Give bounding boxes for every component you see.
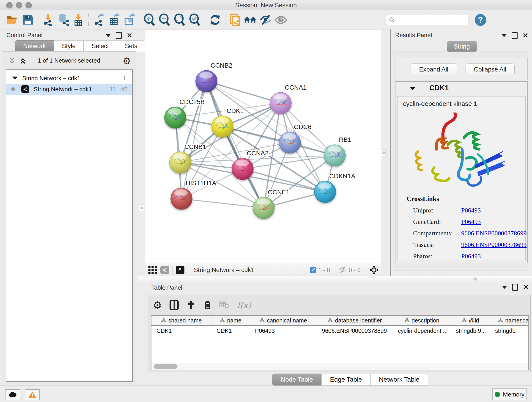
zoom-fit-icon[interactable] bbox=[172, 13, 187, 27]
tab-network[interactable]: Network bbox=[15, 40, 54, 51]
column-header-canonical-name[interactable]: canonical name bbox=[250, 316, 317, 325]
node-CCNB1[interactable] bbox=[170, 152, 191, 173]
import-network-from-file-icon[interactable] bbox=[41, 13, 56, 27]
node-CCNA2[interactable] bbox=[232, 158, 253, 180]
search-field[interactable] bbox=[386, 15, 469, 25]
gene-description: cyclin-dependent kinase 1 bbox=[403, 100, 477, 108]
edge-CCNB2-CCNA1[interactable] bbox=[206, 81, 281, 103]
search-icon bbox=[389, 17, 395, 23]
gene-name: CDK1 bbox=[429, 84, 449, 92]
export-table-icon[interactable] bbox=[106, 13, 121, 27]
node-RB1[interactable] bbox=[324, 145, 346, 166]
node-CDC25B[interactable] bbox=[165, 107, 186, 128]
tab-edge-table[interactable]: Edge Table bbox=[322, 374, 370, 385]
gene-collapse-icon[interactable] bbox=[410, 87, 416, 90]
zoom-in-icon[interactable] bbox=[142, 13, 157, 27]
collapse-all-button[interactable]: Collapse All bbox=[466, 64, 515, 75]
grid-view-icon[interactable] bbox=[148, 265, 157, 274]
network-options-gear-icon[interactable]: ⚙ bbox=[123, 56, 131, 66]
export-image-icon[interactable] bbox=[121, 13, 137, 27]
import-table-from-file-icon[interactable] bbox=[71, 13, 86, 27]
add-column-icon[interactable] bbox=[186, 300, 196, 310]
node-CCNE1[interactable] bbox=[253, 197, 274, 219]
help-button[interactable]: ? bbox=[475, 14, 486, 26]
expand-all-button[interactable]: Expand All bbox=[411, 64, 457, 75]
delete-column-icon[interactable] bbox=[203, 300, 212, 310]
export-network-icon[interactable] bbox=[91, 13, 106, 27]
column-header--id[interactable]: @id bbox=[451, 316, 490, 325]
memory-button[interactable]: Memory bbox=[492, 389, 527, 400]
panel-float-icon[interactable] bbox=[512, 32, 518, 39]
panel-menu-icon[interactable] bbox=[106, 34, 111, 37]
open-session-icon[interactable] bbox=[5, 13, 20, 27]
column-header-database-identifier[interactable]: database identifier bbox=[317, 316, 393, 325]
panel-close-icon[interactable]: ✕ bbox=[523, 33, 528, 38]
crosslink-link[interactable]: 9606.ENSP00000378699 bbox=[461, 230, 526, 237]
delete-table-icon[interactable] bbox=[220, 301, 229, 309]
panel-close-icon[interactable]: ✕ bbox=[523, 284, 529, 290]
node-CDC6[interactable] bbox=[279, 132, 301, 153]
column-header-description[interactable]: description bbox=[393, 316, 451, 325]
show-all-eye-icon[interactable] bbox=[273, 13, 288, 27]
node-CCNB2[interactable] bbox=[196, 70, 217, 92]
search-input[interactable] bbox=[395, 17, 465, 23]
crosslink-link[interactable]: 9606.ENSP00000378699 bbox=[461, 241, 526, 249]
tab-sets[interactable]: Sets bbox=[117, 40, 145, 51]
warning-status-button[interactable] bbox=[25, 389, 40, 400]
save-session-icon[interactable] bbox=[20, 13, 35, 27]
gene-section-header[interactable]: CDK1 bbox=[395, 82, 527, 95]
node-CDK1[interactable] bbox=[212, 116, 233, 137]
tab-style[interactable]: Style bbox=[54, 40, 84, 51]
column-header-namespace[interactable]: namespace bbox=[490, 316, 529, 325]
open-in-new-window-icon[interactable] bbox=[176, 266, 184, 274]
table-options-gear-icon[interactable]: ⚙ bbox=[153, 299, 162, 311]
function-builder-icon[interactable]: f(x) bbox=[237, 300, 251, 310]
panel-menu-icon[interactable] bbox=[501, 34, 507, 37]
table-row[interactable]: CDK1CDK1P064939606.ENSP00000378699cyclin… bbox=[152, 326, 529, 336]
tab-string[interactable]: String bbox=[447, 41, 477, 52]
panel-menu-icon[interactable] bbox=[502, 286, 507, 289]
zoom-out-icon[interactable] bbox=[157, 13, 172, 27]
column-header-name[interactable]: name bbox=[211, 316, 250, 325]
table-horizontal-scrollbar[interactable] bbox=[152, 363, 528, 370]
node-HIST1H1A[interactable] bbox=[171, 188, 192, 210]
left-splitter-handle[interactable] bbox=[139, 204, 144, 211]
zoom-selected-icon[interactable] bbox=[187, 13, 202, 27]
node-CCNA1[interactable] bbox=[270, 92, 291, 114]
birdseye-navigator-icon[interactable] bbox=[369, 265, 379, 275]
selected-checkbox-icon[interactable]: ✓ bbox=[310, 267, 317, 273]
tab-node-table[interactable]: Node Table bbox=[272, 374, 322, 385]
show-columns-icon[interactable] bbox=[170, 300, 179, 310]
panel-float-icon[interactable] bbox=[116, 32, 122, 39]
network-view[interactable]: CCNB2CCNA1CDC25BCDK1CDC6RB1CCNB1CCNA2CDK… bbox=[145, 30, 381, 264]
tab-network-table[interactable]: Network Table bbox=[370, 374, 428, 385]
table-panel-splitter[interactable] bbox=[138, 276, 532, 282]
edge-CDK1-RB1[interactable] bbox=[222, 127, 335, 155]
string-protein-query-icon[interactable] bbox=[243, 13, 258, 27]
crosslink-link[interactable]: P06493 bbox=[461, 218, 481, 225]
refresh-icon[interactable] bbox=[208, 13, 223, 27]
hide-selected-eye-slash-icon[interactable] bbox=[258, 13, 273, 27]
collection-expand-icon[interactable] bbox=[12, 77, 18, 80]
network-collection-row[interactable]: String Network – cdk1 1 bbox=[6, 73, 132, 84]
right-splitter-handle[interactable] bbox=[380, 149, 386, 156]
crosslink-link[interactable]: P06493 bbox=[461, 253, 481, 260]
node-CDKN1A[interactable] bbox=[314, 181, 336, 203]
splitter-handle[interactable] bbox=[473, 277, 477, 281]
crosslink-link[interactable]: P06493 bbox=[461, 207, 481, 214]
table-cell: CDK1 bbox=[211, 326, 250, 336]
application-window: Session: New Session bbox=[0, 0, 532, 402]
scrollbar-thumb[interactable] bbox=[154, 364, 177, 369]
import-network-from-database-icon[interactable] bbox=[56, 13, 71, 27]
panel-float-icon[interactable] bbox=[512, 284, 518, 291]
cloud-status-button[interactable] bbox=[5, 389, 20, 400]
network-row[interactable]: String Network – cdk1 11 48 bbox=[6, 84, 132, 95]
column-header-shared-name[interactable]: shared name bbox=[152, 316, 211, 325]
network-edge-count: 48 bbox=[121, 86, 128, 93]
network-share-icon[interactable] bbox=[160, 266, 169, 274]
edge-HIST1H1A-CCNE1[interactable] bbox=[181, 199, 264, 208]
clone-network-icon[interactable] bbox=[228, 13, 243, 27]
tab-select[interactable]: Select bbox=[84, 40, 117, 51]
panel-close-icon[interactable]: ✕ bbox=[127, 33, 133, 38]
edge-CCNB2-CCNE1[interactable] bbox=[206, 81, 264, 208]
